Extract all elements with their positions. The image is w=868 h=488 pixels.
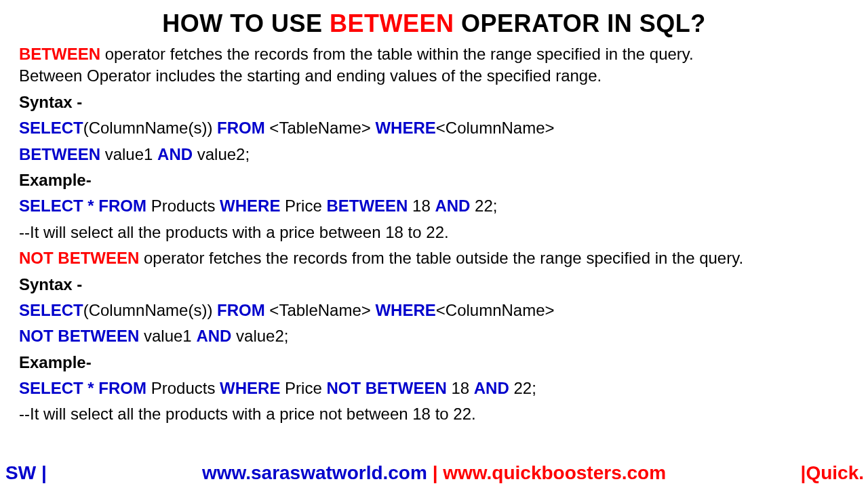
- syntax2-table: <TableName>: [265, 301, 376, 319]
- notbetween-keyword: NOT BETWEEN: [19, 249, 139, 267]
- syntax-v2: value2;: [193, 145, 250, 163]
- page-title: HOW TO USE BETWEEN OPERATOR IN SQL?: [0, 9, 868, 38]
- kw-notbetween: NOT BETWEEN: [19, 327, 139, 345]
- syntax-table: <TableName>: [265, 119, 376, 137]
- ex2-kw4: AND: [474, 379, 509, 397]
- between-keyword: BETWEEN: [19, 45, 100, 63]
- syntax2-v2: value2;: [231, 327, 288, 345]
- ex1-kw4: AND: [435, 197, 470, 215]
- example-1: SELECT * FROM Products WHERE Price BETWE…: [19, 195, 849, 217]
- kw-select-2: SELECT: [19, 301, 83, 319]
- footer-url-1: www.saraswatworld.com: [202, 462, 427, 483]
- ex2-t4: 22;: [509, 379, 536, 397]
- footer-left: SW |: [5, 462, 47, 484]
- kw-where: WHERE: [375, 119, 435, 137]
- ex2-kw3: NOT BETWEEN: [326, 379, 446, 397]
- ex2-kw2: WHERE: [220, 379, 280, 397]
- example-1-comment: --It will select all the products with a…: [19, 222, 849, 243]
- ex2-t3: 18: [447, 379, 474, 397]
- ex1-t4: 22;: [470, 197, 497, 215]
- syntax-label-1: Syntax -: [19, 92, 849, 113]
- title-post: OPERATOR IN SQL?: [454, 9, 706, 37]
- kw-select: SELECT: [19, 119, 83, 137]
- example-label-1: Example-: [19, 169, 849, 191]
- intro-text-1: operator fetches the records from the ta…: [100, 45, 694, 63]
- syntax-line-2a: SELECT(ColumnName(s)) FROM <TableName> W…: [19, 300, 849, 321]
- syntax-label-2: Syntax -: [19, 274, 849, 296]
- syntax-line-1a: SELECT(ColumnName(s)) FROM <TableName> W…: [19, 117, 849, 139]
- syntax-line-2b: NOT BETWEEN value1 AND value2;: [19, 325, 849, 347]
- not-between-intro: NOT BETWEEN operator fetches the records…: [19, 247, 849, 269]
- footer-center: www.saraswatworld.com | www.quickbooster…: [0, 462, 868, 484]
- syntax-col: (ColumnName(s)): [83, 119, 217, 137]
- syntax-line-1b: BETWEEN value1 AND value2;: [19, 144, 849, 165]
- ex2-t1: Products: [146, 379, 220, 397]
- example-2: SELECT * FROM Products WHERE Price NOT B…: [19, 378, 849, 399]
- example-label-2: Example-: [19, 352, 849, 373]
- ex1-t3: 18: [408, 197, 435, 215]
- kw-and: AND: [157, 145, 193, 163]
- footer-right: |Quick.: [801, 462, 864, 484]
- footer: SW | www.saraswatworld.com | www.quickbo…: [0, 462, 868, 484]
- ex1-kw3: BETWEEN: [326, 197, 408, 215]
- kw-from: FROM: [217, 119, 265, 137]
- footer-sep: |: [427, 462, 443, 483]
- intro-text-2: Between Operator includes the starting a…: [19, 66, 601, 85]
- content-body: BETWEEN operator fetches the records fro…: [0, 43, 868, 426]
- syntax2-col: (ColumnName(s)): [83, 301, 217, 319]
- ex2-t2: Price: [280, 379, 326, 397]
- example-2-comment: --It will select all the products with a…: [19, 403, 849, 425]
- ex1-t2: Price: [280, 197, 326, 215]
- intro-paragraph: BETWEEN operator fetches the records fro…: [19, 43, 849, 87]
- syntax-colname: <ColumnName>: [436, 119, 555, 137]
- syntax-v1: value1: [100, 145, 157, 163]
- ex2-kw1: SELECT * FROM: [19, 379, 146, 397]
- ex1-t1: Products: [146, 197, 220, 215]
- ex1-kw2: WHERE: [220, 197, 280, 215]
- kw-from-2: FROM: [217, 301, 265, 319]
- title-highlight: BETWEEN: [330, 9, 454, 37]
- footer-url-2: www.quickboosters.com: [443, 462, 666, 483]
- kw-and-2: AND: [196, 327, 231, 345]
- kw-between: BETWEEN: [19, 145, 100, 163]
- kw-where-2: WHERE: [375, 301, 435, 319]
- syntax2-v1: value1: [139, 327, 196, 345]
- syntax2-colname: <ColumnName>: [436, 301, 555, 319]
- ex1-kw1: SELECT * FROM: [19, 197, 146, 215]
- title-pre: HOW TO USE: [162, 9, 330, 37]
- notbetween-text: operator fetches the records from the ta…: [139, 249, 743, 267]
